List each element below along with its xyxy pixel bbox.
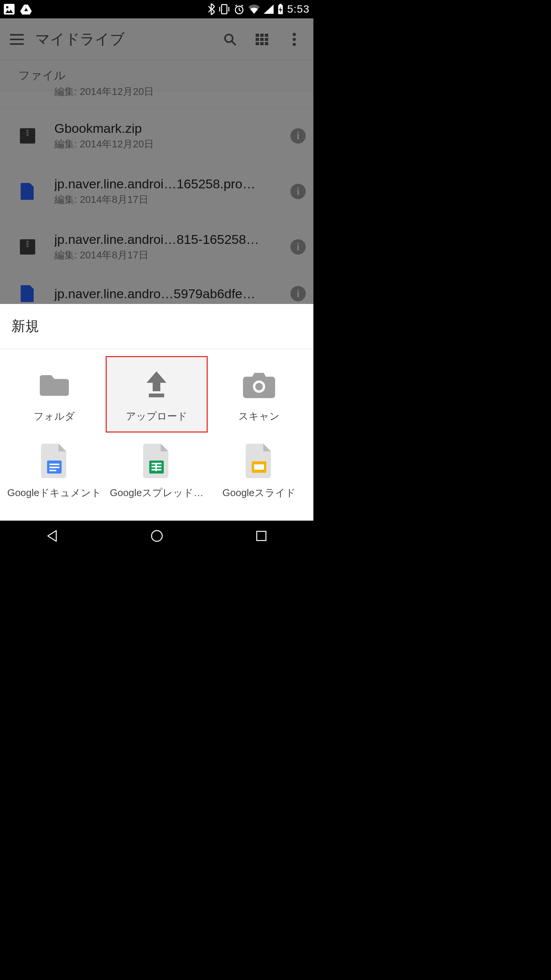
svg-rect-31 xyxy=(49,470,56,471)
cellular-icon xyxy=(264,5,274,14)
svg-point-47 xyxy=(152,531,162,541)
status-bar: 5:53 xyxy=(0,0,313,18)
screen: マイドライブ ファイル 編集: 2014年12月20日 xyxy=(0,0,313,551)
new-slides-button[interactable]: Googleスライド xyxy=(208,433,310,509)
upload-icon xyxy=(138,366,175,403)
new-folder-button[interactable]: フォルダ xyxy=(3,356,106,433)
navigation-bar xyxy=(0,521,313,551)
bluetooth-icon xyxy=(208,3,215,15)
sheet-item-label: スキャン xyxy=(238,410,280,423)
svg-rect-25 xyxy=(149,394,164,397)
home-button[interactable] xyxy=(142,524,172,547)
google-docs-icon xyxy=(36,443,73,479)
drive-notif-icon xyxy=(20,4,32,15)
svg-rect-41 xyxy=(222,5,227,14)
recent-apps-button[interactable] xyxy=(246,524,277,547)
google-sheets-icon xyxy=(138,443,175,479)
svg-point-27 xyxy=(255,383,263,390)
google-slides-icon xyxy=(241,443,277,479)
wifi-icon xyxy=(248,5,260,14)
svg-rect-36 xyxy=(155,463,157,471)
new-item-bottom-sheet: 新規 フォルダ アップロード スキャン xyxy=(0,304,313,521)
svg-rect-30 xyxy=(49,467,59,468)
scan-button[interactable]: スキャン xyxy=(208,356,310,433)
sheet-item-label: Googleスプレッド… xyxy=(110,486,204,500)
back-button[interactable] xyxy=(37,524,68,547)
battery-charging-icon xyxy=(277,4,284,15)
sheet-item-label: アップロード xyxy=(126,410,187,423)
sheet-title: 新規 xyxy=(0,304,313,349)
sheet-item-label: Googleドキュメント xyxy=(7,486,101,500)
status-clock: 5:53 xyxy=(287,3,310,15)
svg-rect-48 xyxy=(257,531,266,541)
new-docs-button[interactable]: Googleドキュメント xyxy=(3,433,106,509)
folder-icon xyxy=(36,366,73,403)
svg-point-40 xyxy=(6,6,8,8)
upload-button[interactable]: アップロード xyxy=(106,356,208,433)
vibrate-icon xyxy=(218,4,230,15)
svg-rect-46 xyxy=(279,4,282,5)
alarm-icon xyxy=(234,4,245,15)
svg-rect-38 xyxy=(254,464,264,470)
svg-rect-29 xyxy=(49,464,59,465)
sheet-grid: フォルダ アップロード スキャン Googleドキュメント xyxy=(0,349,313,521)
gallery-notif-icon xyxy=(4,4,15,15)
sheet-item-label: Googleスライド xyxy=(222,486,296,500)
camera-icon xyxy=(241,366,277,403)
new-sheets-button[interactable]: Googleスプレッド… xyxy=(106,433,208,509)
sheet-item-label: フォルダ xyxy=(34,410,75,423)
